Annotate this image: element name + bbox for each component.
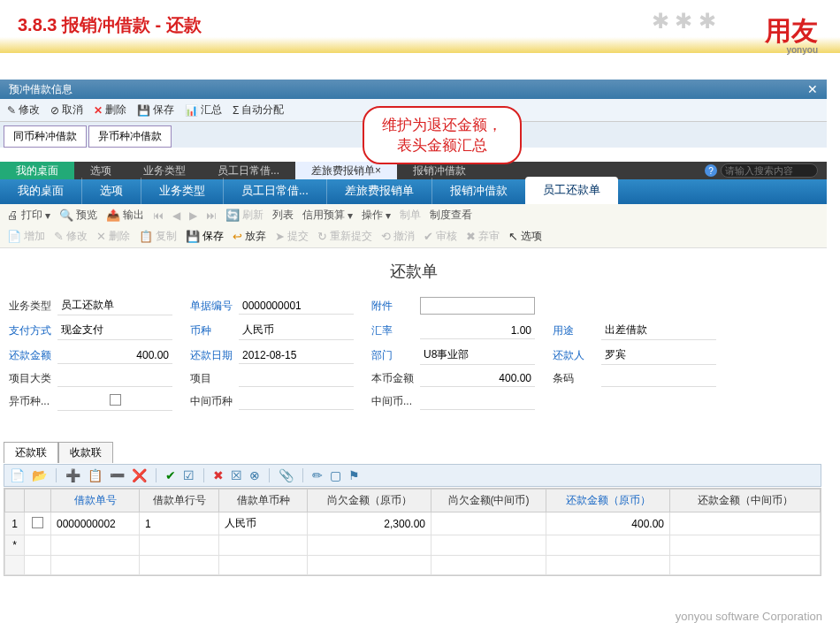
checkbox-diffcur[interactable]: [110, 394, 121, 406]
cell-loanline[interactable]: 1: [140, 512, 219, 535]
add-button[interactable]: 📄增加: [7, 229, 45, 244]
list-button[interactable]: 列表: [272, 208, 294, 223]
save-button-bg[interactable]: 💾保存: [137, 102, 174, 118]
help-icon[interactable]: ?: [705, 164, 717, 177]
cell-repay-mid[interactable]: [670, 512, 821, 535]
subtab-repay[interactable]: 还款联: [4, 442, 58, 463]
cell-loanno[interactable]: 0000000002: [51, 512, 140, 535]
save-button[interactable]: 💾保存: [186, 229, 224, 244]
col-owe-mid[interactable]: 尚欠金额(中间币): [431, 490, 546, 512]
val-midcur[interactable]: [239, 394, 354, 410]
dark-tab-options[interactable]: 选项: [74, 162, 127, 179]
tab-biztype[interactable]: 业务类型: [141, 178, 223, 204]
val-project[interactable]: [239, 371, 354, 387]
tab-desktop[interactable]: 我的桌面: [0, 178, 81, 204]
val-diffcur[interactable]: [57, 392, 172, 411]
refresh-button[interactable]: 🔄刷新: [225, 208, 263, 223]
sum-button[interactable]: 📊汇总: [185, 102, 222, 118]
val-attach[interactable]: [420, 297, 535, 315]
val-barcode[interactable]: [601, 371, 716, 387]
nav-prev[interactable]: ◀: [172, 209, 180, 222]
print-button[interactable]: 🖨打印 ▾: [7, 208, 50, 223]
make-button[interactable]: 制单: [400, 208, 421, 223]
grid-paste-icon[interactable]: 📎: [279, 468, 294, 482]
delete-button2[interactable]: ✕删除: [96, 229, 130, 244]
nav-first[interactable]: ⏮: [153, 209, 164, 222]
val-rate[interactable]: 1.00: [420, 323, 535, 339]
option-button[interactable]: ↖选项: [508, 229, 542, 244]
op-button[interactable]: 操作 ▾: [362, 208, 391, 223]
resubmit-button[interactable]: ↻重新提交: [317, 229, 372, 244]
dark-tab-reimburse[interactable]: 报销冲借款: [397, 162, 482, 179]
close-icon[interactable]: ✕: [807, 82, 818, 96]
col-owe-orig[interactable]: 尚欠金额（原币）: [308, 490, 431, 512]
submit-button[interactable]: ➤提交: [275, 229, 309, 244]
output-button[interactable]: 📤输出: [106, 208, 144, 223]
edit-button2[interactable]: ✎修改: [54, 229, 88, 244]
nav-next[interactable]: ▶: [189, 209, 197, 222]
copy-button[interactable]: 📋复制: [139, 229, 177, 244]
tab-empl[interactable]: 员工日常借...: [223, 178, 326, 204]
tab-travel[interactable]: 差旅费报销单: [326, 178, 431, 204]
val-docno[interactable]: 0000000001: [239, 298, 354, 315]
dark-tab-biztype[interactable]: 业务类型: [127, 162, 202, 179]
grid-uncheck-icon[interactable]: ✖: [213, 468, 224, 482]
col-repay-mid[interactable]: 还款金额（中间币）: [670, 490, 821, 512]
col-repay-orig[interactable]: 还款金额（原币）: [546, 490, 670, 512]
grid-new-icon[interactable]: 📄: [10, 468, 25, 482]
grid-clear-icon[interactable]: ⊗: [249, 468, 260, 482]
val-midcur2[interactable]: [420, 394, 535, 410]
cell-loancur[interactable]: 人民币: [219, 512, 308, 535]
val-localamt[interactable]: 400.00: [420, 370, 535, 387]
val-person[interactable]: 罗宾: [601, 345, 716, 365]
grid-insert-icon[interactable]: ➕: [65, 468, 80, 482]
val-purpose[interactable]: 出差借款: [601, 321, 716, 340]
dark-tab-desktop[interactable]: 我的桌面: [0, 162, 74, 179]
grid-flag-icon[interactable]: ⚑: [348, 468, 360, 482]
credit-button[interactable]: 信用预算 ▾: [302, 208, 353, 223]
col-loanline[interactable]: 借款单行号: [140, 490, 219, 512]
grid-uncheckall-icon[interactable]: ☒: [231, 468, 242, 482]
grid-box-icon[interactable]: ▢: [330, 468, 341, 482]
grid-check-icon[interactable]: ✔: [165, 468, 176, 482]
auto-button[interactable]: Σ自动分配: [233, 102, 284, 118]
dark-tab-travel[interactable]: 差旅费报销单 ×: [295, 162, 397, 179]
audit-button[interactable]: ✔审核: [424, 229, 457, 244]
system-button[interactable]: 制度查看: [430, 208, 472, 223]
grid-row[interactable]: 1 0000000002 1 人民币 2,300.00 400.00: [5, 512, 821, 535]
delete-button[interactable]: ✕删除: [94, 102, 126, 118]
nav-last[interactable]: ⏭: [206, 209, 217, 222]
undo-button[interactable]: ⟲撤消: [381, 229, 415, 244]
cell-owe-orig[interactable]: 2,300.00: [308, 512, 431, 535]
val-dept[interactable]: U8事业部: [420, 345, 535, 365]
grid-checkall-icon[interactable]: ☑: [183, 468, 195, 482]
col-loanno[interactable]: 借款单号: [51, 490, 140, 512]
val-paymethod[interactable]: 现金支付: [57, 321, 172, 340]
dark-tab-empl[interactable]: 员工日常借...: [202, 162, 295, 179]
grid-del-icon[interactable]: ➖: [110, 468, 125, 482]
grid-open-icon[interactable]: 📂: [32, 468, 47, 482]
tab-reimburse[interactable]: 报销冲借款: [431, 178, 525, 204]
val-biztype[interactable]: 员工还款单: [57, 296, 172, 315]
grid-row-new[interactable]: *: [5, 535, 821, 556]
val-projcat[interactable]: [57, 371, 172, 387]
cell-repay-orig[interactable]: 400.00: [546, 512, 670, 535]
unaudit-button[interactable]: ✖弃审: [466, 229, 500, 244]
val-amount[interactable]: 400.00: [57, 347, 172, 364]
tab-diff-currency[interactable]: 异币种冲借款: [88, 125, 172, 148]
row-checkbox[interactable]: [32, 517, 43, 528]
col-loancur[interactable]: 借款单币种: [219, 490, 308, 512]
grid-copy-icon[interactable]: 📋: [88, 468, 103, 482]
subtab-receive[interactable]: 收款联: [58, 442, 113, 463]
abandon-button[interactable]: ↩放弃: [233, 229, 266, 244]
search-input[interactable]: [721, 163, 818, 178]
tab-options[interactable]: 选项: [81, 178, 141, 204]
val-currency[interactable]: 人民币: [239, 321, 354, 340]
cell-owe-mid[interactable]: [431, 512, 546, 535]
tab-same-currency[interactable]: 同币种冲借款: [4, 125, 87, 148]
tab-repayment[interactable]: 员工还款单: [525, 177, 618, 204]
edit-button[interactable]: ✎修改: [7, 102, 40, 118]
cancel-button[interactable]: ⊘取消: [50, 102, 83, 118]
val-date[interactable]: 2012-08-15: [239, 347, 354, 364]
preview-button[interactable]: 🔍预览: [59, 208, 97, 223]
